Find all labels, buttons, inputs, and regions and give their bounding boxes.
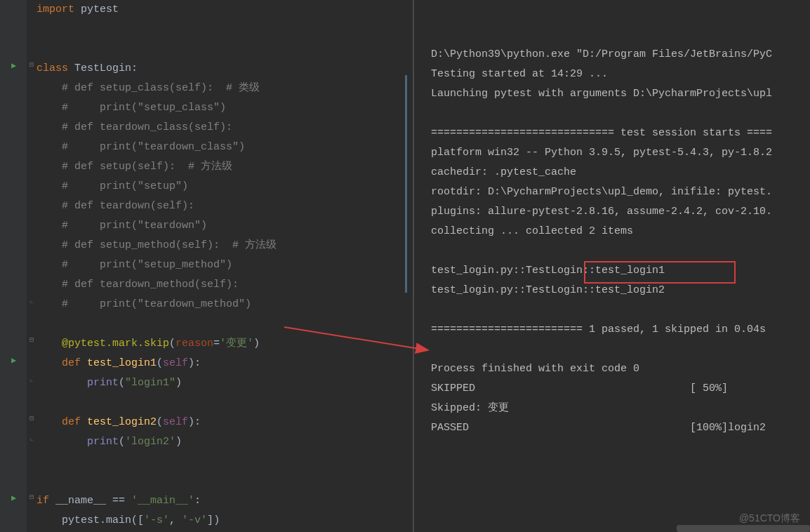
fold-icon[interactable]: ⌞ [27,434,36,442]
code-line[interactable]: def test_login2(self): [36,413,277,432]
code-line[interactable] [36,393,277,413]
code-line[interactable] [36,20,277,39]
code-line[interactable]: print('login2') [36,432,277,452]
editor-gutter: ▶▶▶ [0,0,27,532]
code-line[interactable]: pytest.main(['-s', '-v']) [36,511,277,531]
fold-icon[interactable]: ⊟ [27,60,36,69]
output-line: Testing started at 14:29 ... [431,65,810,84]
output-line: test_login.py::TestLogin::test_login2 [431,281,810,300]
fold-icon[interactable]: ⊟ [27,335,36,344]
code-line[interactable]: def test_login1(self): [36,354,277,373]
fold-icon[interactable]: ⌞ [27,375,36,383]
output-line [431,340,810,359]
output-line: collecting ... collected 2 items [431,222,810,241]
code-line[interactable]: if __name__ == '__main__': [36,491,277,511]
code-line[interactable] [36,314,277,334]
fold-icon[interactable]: ⊟ [27,493,36,501]
current-line-indicator [405,75,407,293]
output-line [431,104,810,124]
output-line: PASSED [100%]login2 [431,418,810,438]
code-line[interactable]: # print("teardown_class") [36,138,277,157]
code-line[interactable]: # print("teardown") [36,216,277,236]
output-line: platform win32 -- Python 3.9.5, pytest-5… [431,143,810,163]
code-line[interactable]: import pytest [36,0,277,20]
run-output[interactable]: D:\Python39\python.exe "D:/Program Files… [414,0,810,532]
code-line[interactable] [36,452,277,472]
code-line[interactable]: # print("setup") [36,177,277,197]
code-line[interactable]: print("login1") [36,373,277,393]
output-line: SKIPPED [ 50%] [431,379,810,399]
code-line[interactable]: # print("setup_class") [36,98,277,118]
output-line: ======================== 1 passed, 1 ski… [431,320,810,340]
output-line [431,241,810,261]
output-line: cachedir: .pytest_cache [431,163,810,182]
output-line [431,300,810,320]
code-line[interactable]: # def teardown_method(self): [36,275,277,295]
horizontal-scrollbar[interactable] [677,525,810,532]
output-line: D:\Python39\python.exe "D:/Program Files… [431,45,810,65]
run-gutter-icon[interactable]: ▶ [11,60,16,71]
code-line[interactable]: @pytest.mark.skip(reason='变更') [36,334,277,354]
code-line[interactable]: class TestLogin: [36,59,277,79]
output-line: Launching pytest with arguments D:\Pycha… [431,84,810,104]
code-line[interactable] [36,39,277,59]
code-line[interactable]: # def setup_method(self): # 方法级 [36,236,277,255]
code-line[interactable]: # print("teardown_method") [36,295,277,314]
output-line: rootdir: D:\PycharmProjects\upl_demo, in… [431,182,810,202]
output-line: ============================= test sessi… [431,124,810,143]
code-line[interactable]: # def teardown_class(self): [36,118,277,138]
run-gutter-icon[interactable]: ▶ [11,355,16,366]
fold-icon[interactable]: ⊟ [27,414,36,423]
code-line[interactable]: # def teardown(self): [36,197,277,216]
output-line: Process finished with exit code 0 [431,359,810,379]
code-line[interactable]: # def setup_class(self): # 类级 [36,79,277,98]
run-gutter-icon[interactable]: ▶ [11,493,16,503]
code-line[interactable]: # print("setup_method") [36,255,277,275]
fold-icon[interactable]: ⌞ [27,296,36,305]
output-line: plugins: allure-pytest-2.8.16, assume-2.… [431,202,810,222]
code-line[interactable] [36,472,277,491]
output-line: Skipped: 变更 [431,399,810,418]
code-editor[interactable]: ▶▶▶ import pytestclass TestLogin: # def … [0,0,414,532]
code-line[interactable]: # def setup(self): # 方法级 [36,157,277,177]
result-highlight-box [584,261,736,284]
